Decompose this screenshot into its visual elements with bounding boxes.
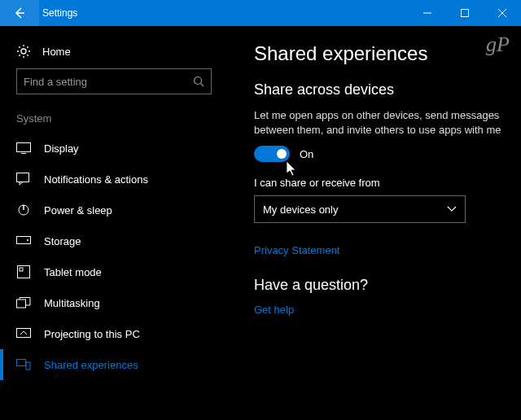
nav-label: Display [44,142,79,155]
section-desc: Let me open apps on other devices, send … [254,108,501,138]
svg-rect-10 [17,300,26,308]
share-from-label: I can share or receive from [254,177,501,189]
nav-multitasking[interactable]: Multitasking [0,287,228,318]
search-input[interactable] [24,76,193,88]
sidebar: Home System Display Notifications & acti… [0,26,228,420]
svg-point-1 [21,49,26,54]
svg-rect-4 [17,173,29,182]
power-icon [16,203,31,217]
back-arrow-icon [13,7,26,20]
nav-label: Tablet mode [44,266,102,278]
maximize-icon [461,9,469,17]
nav-shared-experiences[interactable]: Shared experiences [0,349,228,380]
minimize-icon [423,9,431,17]
nav-label: Power & sleep [44,204,112,217]
toggle-state-label: On [300,148,313,160]
toggle-knob [277,149,287,159]
nav-label: Notifications & actions [44,173,148,186]
nav-display[interactable]: Display [0,133,228,164]
svg-rect-12 [17,360,26,366]
nav-projecting[interactable]: Projecting to this PC [0,318,228,349]
chevron-down-icon [447,206,457,212]
titlebar: Settings [0,0,521,26]
question-heading: Have a question? [254,277,501,294]
nav-storage[interactable]: Storage [0,225,228,256]
close-icon [498,9,506,17]
main-panel: Shared experiences Share across devices … [228,26,521,420]
share-toggle[interactable] [254,146,290,162]
svg-rect-0 [462,10,469,17]
svg-rect-11 [17,329,31,338]
svg-rect-9 [20,268,23,271]
gear-icon [16,44,31,59]
display-icon [16,141,31,155]
search-input-wrap[interactable] [16,68,212,94]
search-icon [193,76,204,87]
maximize-button[interactable] [446,0,484,26]
nav-label: Multitasking [44,297,100,309]
help-link[interactable]: Get help [254,304,294,316]
section-title: Share across devices [254,81,501,98]
nav-power[interactable]: Power & sleep [0,195,228,225]
nav-label: Storage [44,235,81,247]
privacy-link[interactable]: Privacy Statement [254,244,340,256]
nav-notifications[interactable]: Notifications & actions [0,164,228,195]
projecting-icon [16,326,31,341]
window-controls [409,0,521,26]
notifications-icon [16,172,31,186]
window-title: Settings [42,7,409,19]
dropdown-value: My devices only [263,203,338,216]
back-button[interactable] [0,0,39,26]
nav-label: Projecting to this PC [44,328,140,340]
share-from-dropdown[interactable]: My devices only [254,195,466,223]
nav-label: Shared experiences [44,359,138,371]
home-label: Home [42,46,71,58]
minimize-button[interactable] [409,0,446,26]
multitasking-icon [16,295,31,310]
svg-rect-3 [17,143,31,152]
svg-point-7 [27,239,28,241]
home-nav[interactable]: Home [0,37,228,68]
nav-tablet-mode[interactable]: Tablet mode [0,256,228,287]
page-heading: Shared experiences [254,42,501,65]
nav-group-label: System [0,109,228,133]
storage-icon [16,234,31,248]
svg-point-2 [195,77,202,85]
shared-icon [16,357,31,372]
tablet-icon [16,265,31,279]
close-button[interactable] [484,0,521,26]
svg-rect-13 [26,362,30,370]
